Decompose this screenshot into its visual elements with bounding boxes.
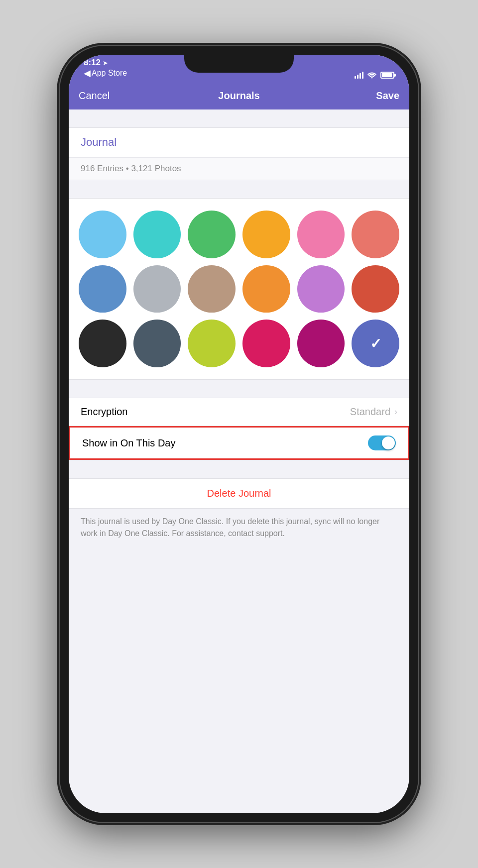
battery-icon [380, 72, 394, 79]
cancel-button[interactable]: Cancel [79, 90, 186, 102]
back-arrow-icon: ◀ [84, 68, 91, 79]
color-lime[interactable] [188, 320, 236, 367]
color-black[interactable] [79, 320, 126, 367]
journal-name-text: Journal [81, 136, 117, 148]
color-gray[interactable] [133, 265, 181, 313]
back-app-label: App Store [92, 69, 127, 78]
color-salmon[interactable] [352, 211, 399, 258]
delete-journal-button[interactable]: Delete Journal [207, 488, 271, 499]
signal-bar-3 [359, 73, 361, 79]
settings-section: Encryption Standard › Show in On This Da… [69, 398, 409, 460]
encryption-label: Encryption [81, 406, 350, 418]
journal-stats-text: 916 Entries • 3,121 Photos [81, 164, 181, 173]
show-in-on-this-day-highlighted: Show in On This Day [69, 426, 409, 460]
color-green[interactable] [188, 211, 236, 258]
show-in-on-this-day-row[interactable]: Show in On This Day [70, 428, 408, 458]
phone-screen: 8:12 ➤ ◀ App Store [69, 55, 409, 813]
footer-note: This journal is used by Day One Classic.… [69, 509, 409, 546]
battery-fill [382, 73, 392, 77]
encryption-value: Standard [350, 406, 390, 418]
color-tan[interactable] [188, 265, 236, 313]
app-store-back[interactable]: ◀ App Store [84, 68, 127, 79]
delete-section[interactable]: Delete Journal [69, 478, 409, 509]
encryption-row[interactable]: Encryption Standard › [69, 398, 409, 426]
color-grid [79, 211, 399, 367]
spacer-3 [69, 460, 409, 478]
signal-icon [355, 72, 363, 79]
bottom-spacer [69, 546, 409, 576]
show-in-on-this-day-toggle[interactable] [368, 435, 396, 450]
chevron-right-icon: › [394, 407, 397, 417]
wifi-icon [367, 72, 376, 79]
toggle-thumb [382, 436, 395, 449]
journal-name-row[interactable]: Journal [69, 128, 409, 157]
color-orange[interactable] [242, 265, 290, 313]
color-grid-section [69, 198, 409, 380]
spacer-2 [69, 380, 409, 398]
color-steel-blue[interactable] [79, 265, 126, 313]
color-teal[interactable] [133, 211, 181, 258]
notch [184, 55, 294, 73]
color-light-blue[interactable] [79, 211, 126, 258]
nav-bar: Cancel Journals Save [69, 82, 409, 109]
footer-note-text: This journal is used by Day One Classic.… [81, 517, 379, 538]
journal-stats-section: 916 Entries • 3,121 Photos [69, 157, 409, 180]
screen-content: Journal 916 Entries • 3,121 Photos [69, 109, 409, 813]
color-yellow[interactable] [242, 211, 290, 258]
phone-frame: 8:12 ➤ ◀ App Store [60, 46, 418, 822]
color-purple[interactable] [297, 265, 345, 313]
color-magenta[interactable] [297, 320, 345, 367]
status-time: 8:12 [84, 58, 101, 68]
color-pink[interactable] [297, 211, 345, 258]
color-indigo-selected[interactable] [352, 320, 399, 367]
spacer-1 [69, 180, 409, 198]
toggle-track [368, 435, 396, 450]
top-spacer [69, 109, 409, 127]
signal-bar-1 [355, 76, 356, 79]
nav-title: Journals [186, 90, 293, 102]
location-arrow-icon: ➤ [103, 59, 108, 67]
color-red-orange[interactable] [352, 265, 399, 313]
save-button[interactable]: Save [292, 90, 399, 102]
journal-name-section: Journal [69, 127, 409, 157]
color-crimson[interactable] [242, 320, 290, 367]
show-in-on-this-day-label: Show in On This Day [82, 437, 368, 449]
signal-bar-2 [357, 75, 358, 79]
color-slate[interactable] [133, 320, 181, 367]
status-indicators [355, 72, 394, 79]
signal-bar-4 [362, 72, 363, 79]
